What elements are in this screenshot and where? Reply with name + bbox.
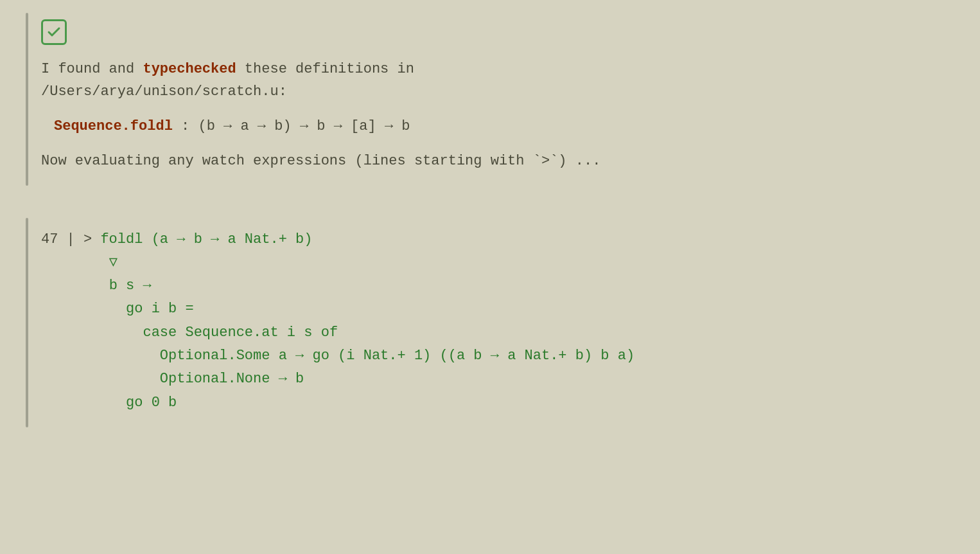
code-go: go i b = (126, 301, 194, 317)
code-line-7: Optional.None → b (41, 368, 634, 391)
bottom-block: 47 | > foldl (a → b → a Nat.+ b) ▽ b s →… (26, 218, 954, 427)
main-container: I found and typechecked these definition… (0, 0, 980, 554)
code-line-3: b s → (41, 274, 634, 298)
code-none: Optional.None → b (160, 371, 304, 387)
code-arrow-down: ▽ (109, 255, 118, 271)
definition-line: Sequence.foldl : (b → a → b) → b → [a] →… (54, 118, 600, 134)
code-foldl: foldl (a → b → a Nat.+ b) (100, 231, 312, 247)
definition-signature: : (b → a → b) → b → [a] → b (173, 118, 410, 134)
file-path: /Users/arya/unison/scratch.u: (41, 84, 287, 100)
watch-text: Now evaluating any watch expressions (li… (41, 150, 600, 172)
code-bs: b s → (109, 278, 152, 294)
message-before-highlight: I found and (41, 61, 143, 77)
code-line-1: 47 | > foldl (a → b → a Nat.+ b) (41, 228, 634, 251)
code-go-0: go 0 b (126, 395, 177, 411)
code-line-2: ▽ (41, 251, 634, 274)
top-content: I found and typechecked these definition… (28, 13, 600, 186)
code-some: Optional.Some a → go (i Nat.+ 1) ((a b →… (160, 348, 634, 364)
top-block: I found and typechecked these definition… (26, 13, 954, 186)
code-line-8: go 0 b (41, 391, 634, 415)
bottom-content: 47 | > foldl (a → b → a Nat.+ b) ▽ b s →… (28, 218, 634, 427)
code-line-4: go i b = (41, 298, 634, 321)
code-block: 47 | > foldl (a → b → a Nat.+ b) ▽ b s →… (41, 228, 634, 415)
checkmark-icon (41, 19, 67, 45)
definition-name: Sequence.foldl (54, 118, 173, 134)
typechecked-highlight: typechecked (143, 61, 236, 77)
message-text: I found and typechecked these definition… (41, 58, 600, 103)
code-case: case Sequence.at i s of (143, 325, 338, 341)
code-line-6: Optional.Some a → go (i Nat.+ 1) ((a b →… (41, 344, 634, 368)
message-after-highlight: these definitions in (236, 61, 414, 77)
line-number: 47 | > (41, 231, 100, 247)
code-line-5: case Sequence.at i s of (41, 321, 634, 344)
